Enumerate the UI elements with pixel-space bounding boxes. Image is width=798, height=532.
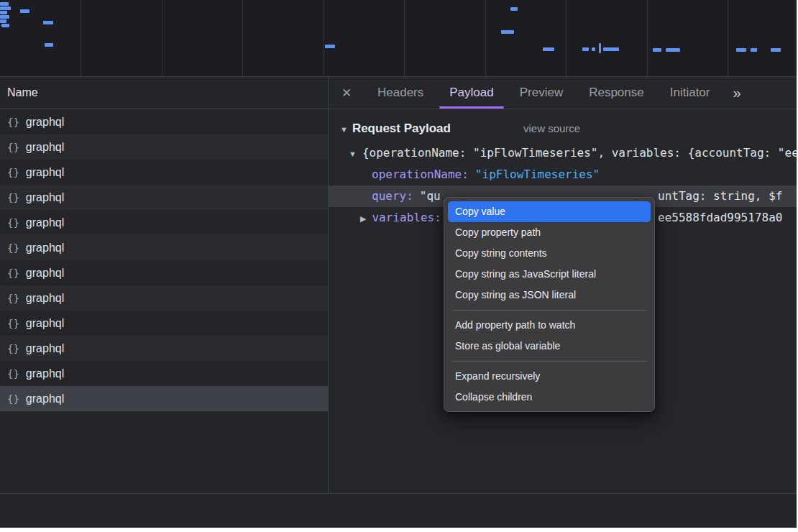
request-row[interactable]: {}graphql xyxy=(0,109,328,134)
menu-item[interactable]: Store as global variable xyxy=(444,336,654,357)
request-list: {}graphql{}graphql{}graphql{}graphql{}gr… xyxy=(0,109,328,411)
close-icon: ✕ xyxy=(341,86,352,101)
timeline-activity-bar xyxy=(603,47,619,51)
menu-item[interactable]: Expand recursively xyxy=(444,366,654,387)
menu-item[interactable]: Copy property path xyxy=(444,222,654,243)
chrome-devtools-network-panel: Name {}graphql{}graphql{}graphql{}graphq… xyxy=(0,0,797,528)
column-header-name[interactable]: Name xyxy=(0,77,328,109)
timeline-gridline xyxy=(728,0,728,76)
request-row[interactable]: {}graphql xyxy=(0,361,328,386)
json-braces-icon: {} xyxy=(7,368,19,380)
request-payload-header: ▼Request Payload view source xyxy=(340,119,797,138)
timeline-gridline xyxy=(324,0,324,76)
request-name-label: graphql xyxy=(26,242,64,254)
timeline-activity-bar xyxy=(653,48,661,52)
context-menu: Copy valueCopy property pathCopy string … xyxy=(444,197,655,412)
request-row[interactable]: {}graphql xyxy=(0,285,328,311)
timeline-activity-bar xyxy=(582,47,589,51)
tab-payload[interactable]: Payload xyxy=(436,77,506,109)
request-row[interactable]: {}graphql xyxy=(0,260,328,285)
request-name-label: graphql xyxy=(26,267,64,280)
chevron-double-right-icon: » xyxy=(733,85,740,101)
timeline-gridline xyxy=(242,0,243,76)
timeline-activity-bar xyxy=(751,48,757,52)
column-header-label: Name xyxy=(7,86,38,98)
request-name-label: graphql xyxy=(26,191,64,204)
timeline-activity-bar xyxy=(45,43,53,47)
request-row[interactable]: {}graphql xyxy=(0,160,328,185)
request-row[interactable]: {}graphql xyxy=(0,336,328,361)
request-row[interactable]: {}graphql xyxy=(0,210,328,235)
json-braces-icon: {} xyxy=(7,293,19,304)
timeline-activity-bar xyxy=(0,2,9,6)
json-braces-icon: {} xyxy=(7,142,19,153)
timeline-gridline xyxy=(485,0,486,76)
timeline-activity-bar xyxy=(510,7,518,11)
request-name-label: graphql xyxy=(26,393,64,405)
timeline-activity-bar xyxy=(43,21,53,24)
timeline-activity-bar xyxy=(736,48,746,52)
more-tabs-button[interactable]: » xyxy=(733,77,740,109)
json-braces-icon: {} xyxy=(7,267,19,279)
timeline-gridline xyxy=(81,0,81,76)
request-name-label: graphql xyxy=(26,141,64,154)
timeline-activity-bar xyxy=(0,19,6,23)
request-row[interactable]: {}graphql xyxy=(0,134,328,160)
timeline-activity-bar xyxy=(771,48,781,52)
timeline-gridline xyxy=(566,0,567,76)
payload-summary-text: {operationName: "ipFlowTimeseries", vari… xyxy=(362,146,797,160)
tab-initiator[interactable]: Initiator xyxy=(657,77,723,109)
json-braces-icon: {} xyxy=(7,343,19,354)
request-name-label: graphql xyxy=(26,317,64,330)
json-braces-icon: {} xyxy=(7,167,19,178)
view-source-link[interactable]: view source xyxy=(523,119,580,138)
json-braces-icon: {} xyxy=(7,393,19,405)
property-value-start: "qu xyxy=(420,189,441,203)
request-name-label: graphql xyxy=(26,292,64,305)
timeline-activity-bar xyxy=(0,6,11,10)
requests-panel: Name {}graphql{}graphql{}graphql{}graphq… xyxy=(0,77,329,493)
request-name-label: graphql xyxy=(26,116,64,129)
request-row[interactable]: {}graphql xyxy=(0,185,328,210)
timeline-activity-bar xyxy=(501,30,514,34)
tab-preview[interactable]: Preview xyxy=(507,77,576,109)
expanded-triangle-icon[interactable]: ▼ xyxy=(340,125,348,134)
timeline-activity-bar xyxy=(666,48,680,52)
menu-item[interactable]: Add property path to watch xyxy=(444,315,654,336)
json-braces-icon: {} xyxy=(7,242,19,254)
tab-response[interactable]: Response xyxy=(576,77,657,109)
menu-item[interactable]: Copy value xyxy=(448,201,651,222)
menu-item[interactable]: Copy string contents xyxy=(444,243,654,264)
menu-item[interactable]: Collapse children xyxy=(444,387,654,408)
collapsed-triangle-icon[interactable]: ▶ xyxy=(360,214,366,223)
timeline-gridline xyxy=(647,0,648,76)
timeline-activity-bar xyxy=(599,43,601,53)
json-braces-icon: {} xyxy=(7,217,19,229)
network-overview-timeline[interactable] xyxy=(0,0,797,77)
json-braces-icon: {} xyxy=(7,116,19,128)
menu-divider xyxy=(452,310,646,311)
property-key: operationName: xyxy=(372,168,469,181)
property-value: "ipFlowTimeseries" xyxy=(475,168,600,181)
expanded-triangle-icon[interactable]: ▼ xyxy=(349,150,357,158)
timeline-gridline xyxy=(162,0,162,76)
menu-item[interactable]: Copy string as JavaScript literal xyxy=(444,264,654,285)
property-key: variables: xyxy=(372,211,441,224)
json-braces-icon: {} xyxy=(7,192,19,203)
request-name-label: graphql xyxy=(26,216,64,229)
menu-item[interactable]: Copy string as JSON literal xyxy=(444,285,654,306)
close-panel-button[interactable]: ✕ xyxy=(329,77,364,109)
request-row[interactable]: {}graphql xyxy=(0,386,328,411)
timeline-activity-bar xyxy=(20,9,29,13)
request-name-label: graphql xyxy=(26,342,64,355)
request-row[interactable]: {}graphql xyxy=(0,311,328,336)
request-row[interactable]: {}graphql xyxy=(0,235,328,260)
json-braces-icon: {} xyxy=(7,318,19,329)
payload-row-operation-name[interactable]: operationName:"ipFlowTimeseries" xyxy=(329,164,797,185)
tab-headers[interactable]: Headers xyxy=(364,77,436,109)
query-value-fragment: untTag: string, $f xyxy=(658,185,782,207)
timeline-activity-bar xyxy=(543,47,554,51)
timeline-activity-bar xyxy=(592,47,595,51)
payload-summary-row[interactable]: ▼{operationName: "ipFlowTimeseries", var… xyxy=(329,142,797,164)
request-name-label: graphql xyxy=(26,367,64,380)
